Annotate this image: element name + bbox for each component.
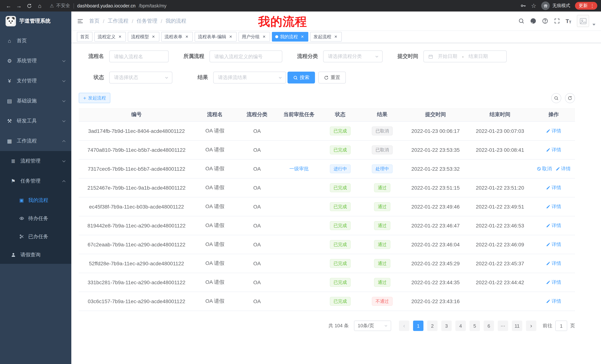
close-icon[interactable]: × — [333, 34, 338, 39]
page-button-5[interactable]: 5 — [470, 321, 480, 331]
tab-流程定义[interactable]: 流程定义× — [94, 32, 126, 42]
page-button-1[interactable]: 1 — [413, 321, 423, 331]
address-bar[interactable]: ⚠ 不安全 dashboard.yudao.iocoder.cn/bpm/tas… — [50, 3, 519, 9]
refresh-icon — [324, 75, 329, 80]
help-icon[interactable] — [542, 18, 548, 24]
sidebar-item-home[interactable]: ⌂ 首页 — [0, 31, 71, 51]
workflow-submenu: ≣ 流程管理 ⚑ 任务管理 ▣ 我的流程 待办任务 — [0, 151, 71, 264]
tab-流程表单-编辑[interactable]: 流程表单-编辑× — [195, 32, 237, 42]
sidebar-item-system[interactable]: ⚙ 系统管理 — [0, 51, 71, 71]
detail-link[interactable]: 详情 — [546, 147, 561, 153]
create-process-button[interactable]: + 发起流程 — [79, 93, 110, 103]
result-badge: 通过 — [374, 240, 391, 249]
sidebar-item-payment[interactable]: ¥ 支付管理 — [0, 71, 71, 91]
page-button-⋯[interactable]: ⋯ — [498, 321, 508, 331]
page-button-4[interactable]: 4 — [455, 321, 466, 331]
detail-link[interactable]: 详情 — [546, 184, 561, 191]
close-icon[interactable]: × — [228, 34, 233, 39]
sidebar-item-devtools[interactable]: ⚒ 研发工具 — [0, 111, 71, 131]
detail-link[interactable]: 详情 — [546, 128, 561, 134]
back-icon[interactable]: ← — [4, 1, 13, 10]
detail-link[interactable]: 详情 — [546, 203, 561, 210]
forward-icon[interactable]: → — [14, 1, 24, 10]
cell-end-time: 2022-01-23 00:08:41 — [468, 140, 532, 159]
process-name-input[interactable] — [109, 50, 169, 62]
detail-link[interactable]: 详情 — [546, 298, 561, 305]
detail-link[interactable]: 详情 — [546, 260, 561, 267]
tab-流程模型[interactable]: 流程模型× — [128, 32, 159, 42]
search-icon[interactable] — [518, 18, 524, 24]
key-icon[interactable] — [520, 3, 526, 9]
warning-icon: ⚠ — [50, 3, 54, 9]
sidebar-item-leave-query[interactable]: 请假查询 — [0, 246, 71, 264]
close-icon[interactable]: × — [261, 34, 267, 39]
detail-link[interactable]: 详情 — [555, 165, 571, 172]
close-icon[interactable]: × — [151, 34, 156, 39]
tab-我的流程[interactable]: 我的流程× — [272, 32, 308, 42]
github-icon[interactable] — [530, 18, 536, 24]
detail-link[interactable]: 详情 — [546, 241, 561, 248]
refresh-icon[interactable] — [25, 1, 34, 10]
detail-link[interactable]: 详情 — [546, 222, 561, 229]
tab-首页[interactable]: 首页 — [77, 32, 92, 42]
security-warning[interactable]: ⚠ 不安全 — [50, 3, 70, 9]
my-process-icon: ▣ — [19, 197, 25, 203]
sidebar-item-my-process[interactable]: ▣ 我的流程 — [0, 191, 71, 209]
font-size-icon[interactable]: TT — [566, 18, 571, 24]
close-icon[interactable]: × — [300, 34, 305, 39]
browser-menu-icon[interactable]: ⋮ — [590, 3, 595, 9]
page-button-11[interactable]: 11 — [512, 321, 522, 331]
prev-page-button[interactable]: ‹ — [399, 321, 409, 331]
search-button[interactable]: 搜索 — [288, 72, 315, 84]
current-task-link[interactable]: 一级审批 — [289, 165, 309, 172]
close-icon[interactable]: × — [117, 34, 123, 39]
page-button-3[interactable]: 3 — [441, 321, 452, 331]
avatar[interactable] — [577, 15, 589, 27]
breadcrumb-workflow[interactable]: 工作流程 — [108, 18, 129, 24]
sidebar-item-workflow[interactable]: ▦ 工作流程 — [0, 131, 71, 151]
page-size-select[interactable]: 10条/页 — [354, 321, 391, 331]
category-select[interactable]: 请选择流程分类 — [323, 50, 383, 62]
incognito-badge[interactable]: 无痕模式 — [541, 1, 570, 10]
sidebar-item-label: 研发工具 — [17, 118, 37, 124]
eye-icon — [19, 216, 25, 221]
fullscreen-icon[interactable] — [554, 18, 560, 24]
status-select[interactable]: 请选择状态 — [109, 72, 172, 84]
breadcrumb-home[interactable]: 首页 — [89, 18, 100, 24]
home-icon[interactable]: ⌂ — [35, 1, 45, 10]
date-range-picker[interactable]: 开始日期 - 结束日期 — [423, 50, 507, 62]
sidebar-item-task-management[interactable]: ⚑ 任务管理 — [0, 171, 71, 191]
result-select[interactable]: 请选择流结果 — [213, 72, 286, 84]
bookmark-star-icon[interactable]: ☆ — [531, 2, 536, 9]
tab-流程表单[interactable]: 流程表单× — [161, 32, 193, 42]
app-logo[interactable]: 芋道管理系统 — [0, 11, 71, 31]
cell-submit-time: 2022-01-22 23:43:16 — [403, 292, 468, 311]
search-toggle-icon[interactable] — [551, 93, 561, 103]
tab-发起流程[interactable]: 发起流程× — [310, 32, 342, 42]
chevron-down-icon[interactable] — [592, 24, 595, 26]
cell-process-name: OA 请假 — [194, 178, 235, 197]
sidebar-item-todo-tasks[interactable]: 待办任务 — [0, 209, 71, 228]
page-button-2[interactable]: 2 — [427, 321, 438, 331]
process-id-input[interactable] — [210, 50, 282, 62]
breadcrumb-task-management[interactable]: 任务管理 — [137, 18, 158, 24]
sidebar-item-process-management[interactable]: ≣ 流程管理 — [0, 151, 71, 171]
edit-icon — [546, 204, 551, 209]
cell-end-time — [468, 292, 532, 311]
cell-current-task: 一级审批 — [279, 159, 320, 178]
cancel-link[interactable]: 取消 — [537, 165, 552, 172]
close-icon[interactable]: × — [184, 34, 190, 39]
next-page-button[interactable]: › — [526, 321, 536, 331]
page-button-6[interactable]: 6 — [484, 321, 494, 331]
hamburger-icon[interactable] — [77, 18, 84, 24]
sidebar-item-infrastructure[interactable]: ▤ 基础设施 — [0, 91, 71, 111]
tab-用户分组[interactable]: 用户分组× — [239, 32, 270, 42]
calendar-icon — [428, 54, 433, 59]
update-button[interactable]: 更新 ⋮ — [575, 2, 597, 10]
reset-button[interactable]: 重置 — [318, 72, 346, 84]
detail-link[interactable]: 详情 — [546, 279, 561, 286]
refresh-table-icon[interactable] — [565, 93, 575, 103]
table-row: 52ffd28e-7b9a-11ec-a290-acde48001122OA 请… — [79, 254, 575, 273]
goto-page-input[interactable] — [555, 321, 567, 331]
sidebar-item-done-tasks[interactable]: 已办任务 — [0, 228, 71, 246]
